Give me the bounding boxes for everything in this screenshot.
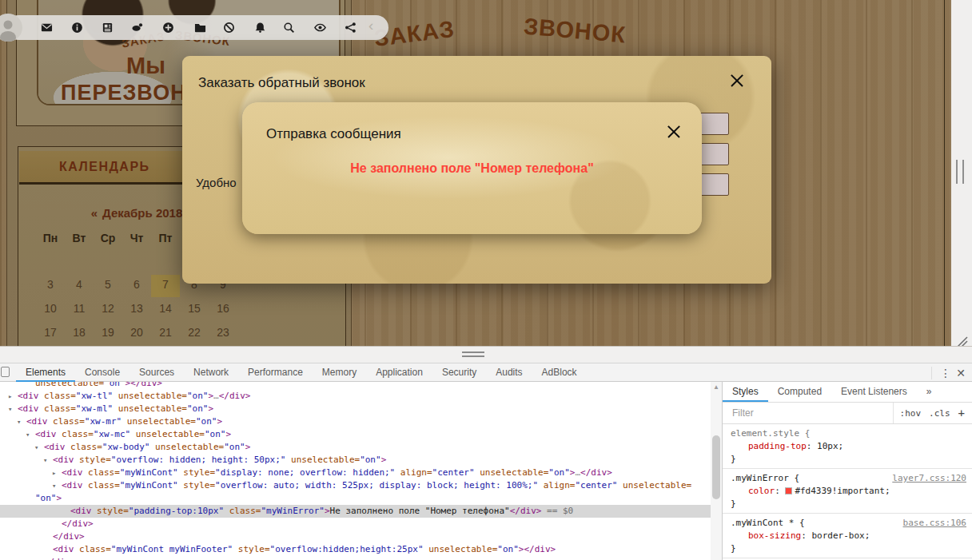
inspect-icon[interactable] [1, 367, 10, 377]
styles-toggle-buttons: :hov.cls+ [893, 403, 966, 423]
devtools-tab-application[interactable]: Application [366, 363, 432, 382]
dom-tree-node[interactable]: </div> [0, 530, 711, 543]
search-icon[interactable] [283, 22, 295, 34]
dom-tree-node[interactable]: </div> [0, 556, 711, 560]
splitter-drag-handle-icon[interactable] [462, 351, 484, 358]
callback-modal-close-icon[interactable] [730, 73, 744, 88]
css-rule-close-brace: } [731, 498, 965, 510]
dom-tree-node[interactable]: "on"> [0, 492, 711, 505]
css-rule[interactable]: element.style {padding-top: 10px;} [723, 424, 972, 469]
stylesheet-link[interactable]: layer7.css:120 [892, 472, 966, 485]
sidebar-tabs: StylesComputedEvent Listeners» [723, 382, 972, 403]
tree-collapsed-arrow-icon[interactable]: ▸ [8, 390, 12, 403]
devtools-tab-network[interactable]: Network [184, 363, 238, 382]
block-icon[interactable] [223, 22, 235, 34]
resize-grip-icon[interactable] [954, 334, 969, 346]
eye-icon[interactable] [314, 22, 326, 34]
dom-tree-node[interactable]: ▾<div class="xw-body" unselectable="on"> [0, 441, 711, 454]
styles-sidebar: StylesComputedEvent Listeners» :hov.cls+… [722, 382, 972, 560]
devtools-panel: unselectable="on"></div>▸<div class="xw-… [0, 363, 972, 560]
folder-icon[interactable] [194, 22, 206, 34]
devtools-tabs: ElementsConsoleSourcesNetworkPerformance… [16, 363, 587, 382]
devtools-tab-adblock[interactable]: AdBlock [532, 363, 587, 382]
add-icon[interactable] [162, 22, 174, 34]
mail-icon[interactable] [41, 22, 53, 34]
elements-scrollbar-track[interactable]: ▲ [711, 382, 722, 560]
dom-tree-node[interactable]: ▾<div style="overflow: hidden; height: 5… [0, 454, 711, 467]
devtools-tabbar: ElementsConsoleSourcesNetworkPerformance… [0, 363, 972, 382]
css-property[interactable]: padding-top: 10px; [731, 440, 965, 453]
toggle-cls[interactable]: .cls [929, 408, 950, 419]
devtools-tab-console[interactable]: Console [75, 363, 129, 382]
devtools-close-icon[interactable]: ✕ [953, 367, 969, 379]
devtools-splitter[interactable] [0, 346, 972, 363]
validation-error-text: Не заполнено поле "Номер телефона" [242, 161, 702, 176]
devtools-tab-performance[interactable]: Performance [238, 363, 313, 382]
share-icon[interactable] [345, 22, 357, 34]
devtools-tab-memory[interactable]: Memory [313, 363, 366, 382]
dom-tree-node[interactable]: ▾<div class="xw-ml" unselectable="on"> [0, 403, 711, 415]
browser-scrollbar-thumb[interactable] [956, 160, 964, 184]
devtools-tab-security[interactable]: Security [432, 363, 486, 382]
devtools-menu-icon[interactable]: ⋮ [938, 367, 953, 379]
tree-expanded-arrow-icon[interactable]: ▾ [8, 403, 12, 415]
css-rule-close-brace: } [731, 453, 965, 466]
devtools-tab-audits[interactable]: Audits [486, 363, 532, 382]
dom-tree-node[interactable]: </div> [0, 518, 711, 530]
devtools-tab-sources[interactable]: Sources [129, 363, 184, 382]
sidebar-tab-»[interactable]: » [917, 382, 942, 402]
css-selector: element.style { [731, 427, 965, 440]
message-modal-close-icon[interactable] [667, 125, 681, 139]
css-rule-close-brace: } [731, 542, 965, 555]
dom-tree-node[interactable]: ▾<div class="xw-mc" unselectable="on"> [0, 428, 711, 441]
toolbar-collapse-chevron-icon[interactable]: ‹ [368, 17, 373, 34]
dom-tree-node[interactable]: ▸<div class="xw-tl" unselectable="on">…<… [0, 390, 711, 403]
css-rule[interactable]: .myWinCont * {base.css:106box-sizing: bo… [723, 514, 972, 558]
dom-tree-node[interactable]: <div class="myWinCont myWinFooter" style… [0, 543, 711, 556]
sidebar-tab-styles[interactable]: Styles [723, 382, 768, 402]
dom-tree-node[interactable]: <div style="padding-top:10px" class="myW… [0, 505, 711, 518]
tree-expanded-arrow-icon[interactable]: ▾ [17, 415, 21, 428]
sidebar-tab-computed[interactable]: Computed [768, 382, 831, 402]
message-modal: Отправка сообщения Не заполнено поле "Но… [242, 102, 702, 234]
callback-time-label: Удобно [196, 176, 237, 189]
dom-tree: unselectable="on"></div>▸<div class="xw-… [0, 377, 711, 560]
info-icon[interactable] [71, 22, 83, 34]
color-swatch[interactable] [785, 487, 792, 494]
kiosk-icon[interactable] [102, 22, 114, 34]
new-style-rule-button[interactable]: + [958, 407, 965, 419]
dom-tree-node[interactable]: ▾<div class="myWinCont" style="overflow:… [0, 479, 711, 492]
browser-scrollbar-track[interactable] [951, 0, 972, 346]
bell-icon[interactable] [254, 22, 266, 34]
screen: ЗАКАЗ ЗВОНОК ЗАКАЗ ЗВОНОК Мы ПЕРЕЗВОН КА… [0, 0, 972, 560]
tree-expanded-arrow-icon[interactable]: ▾ [26, 428, 30, 441]
stylesheet-link[interactable]: base.css:106 [903, 517, 966, 530]
dom-tree-node[interactable]: ▸<div class="myWinCont" style="display: … [0, 467, 711, 479]
devtools-tab-elements[interactable]: Elements [16, 363, 75, 382]
css-rules-list: element.style {padding-top: 10px;}.myWin… [723, 424, 972, 560]
message-modal-title: Отправка сообщения [266, 126, 401, 142]
elements-scrollbar-thumb[interactable] [712, 435, 720, 499]
css-property[interactable]: box-sizing: border-box; [731, 530, 965, 542]
tree-expanded-arrow-icon[interactable]: ▾ [43, 454, 47, 467]
chat-icon[interactable] [131, 22, 143, 34]
tabbar-separator [931, 367, 932, 379]
sidebar-tab-event-listeners[interactable]: Event Listeners [831, 382, 917, 402]
css-property[interactable]: color: #fd4339!important; [731, 485, 965, 498]
scrollbar-up-arrow-icon[interactable]: ▲ [713, 383, 719, 391]
styles-filter-input[interactable] [732, 406, 876, 420]
css-rule[interactable]: .myWinError {layer7.css:120color: #fd433… [723, 469, 972, 514]
tree-collapsed-arrow-icon[interactable]: ▸ [52, 467, 56, 479]
styles-filter-row: :hov.cls+ [723, 403, 972, 424]
dom-tree-node[interactable]: ▾<div class="xw-mr" unselectable="on"> [0, 415, 711, 428]
callback-modal-title: Заказать обратный звонок [198, 75, 365, 91]
tree-expanded-arrow-icon[interactable]: ▾ [52, 479, 56, 492]
webpage-viewport: ЗАКАЗ ЗВОНОК ЗАКАЗ ЗВОНОК Мы ПЕРЕЗВОН КА… [0, 0, 972, 346]
tree-expanded-arrow-icon[interactable]: ▾ [34, 441, 38, 454]
toggle-hov[interactable]: :hov [900, 408, 922, 419]
devtools-tabbar-controls: ⋮ ✕ [931, 363, 969, 382]
